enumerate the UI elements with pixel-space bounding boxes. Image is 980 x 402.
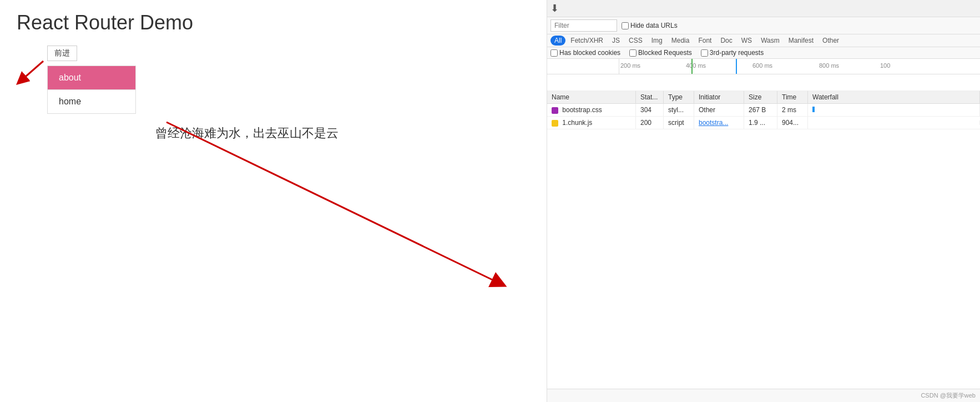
has-blocked-cookies-checkbox[interactable] bbox=[550, 49, 558, 57]
row2-status: 200 bbox=[636, 117, 664, 129]
devtools-toolbar: ⬇ bbox=[547, 0, 980, 17]
svg-line-3 bbox=[166, 122, 499, 283]
ruler-tick-200ms: 200 ms bbox=[620, 62, 640, 69]
network-table-header: Name Stat... Type Initiator Size Time Wa… bbox=[547, 91, 980, 104]
filter-input[interactable] bbox=[550, 19, 617, 32]
blue-timing-line bbox=[736, 59, 737, 74]
tab-js[interactable]: JS bbox=[608, 36, 624, 46]
row1-size: 267 B bbox=[744, 104, 777, 116]
tab-font[interactable]: Font bbox=[694, 36, 715, 46]
header-size: Size bbox=[744, 91, 777, 103]
row2-name: 1.chunk.js bbox=[547, 117, 636, 129]
nav-menu: about home bbox=[47, 66, 136, 114]
table-row[interactable]: bootstrap.css 304 styl... Other 267 B 2 … bbox=[547, 104, 980, 117]
header-status: Stat... bbox=[636, 91, 664, 103]
waterfall-bar bbox=[812, 107, 815, 112]
tab-doc[interactable]: Doc bbox=[716, 36, 736, 46]
forward-button[interactable]: 前进 bbox=[47, 46, 77, 61]
checkbox-row: Has blocked cookies Blocked Requests 3rd… bbox=[547, 47, 980, 59]
hide-data-urls-checkbox[interactable] bbox=[622, 22, 629, 29]
row2-waterfall bbox=[808, 120, 980, 125]
header-name: Name bbox=[547, 91, 636, 103]
header-time: Time bbox=[777, 91, 808, 103]
row2-size: 1.9 ... bbox=[744, 117, 777, 129]
ruler-label-area bbox=[547, 59, 619, 74]
page-title: React Router Demo bbox=[0, 0, 547, 46]
network-table: Name Stat... Type Initiator Size Time Wa… bbox=[547, 91, 980, 389]
timeline-ruler: 200 ms 400 ms 600 ms 800 ms 100 bbox=[547, 59, 980, 74]
css-file-icon bbox=[552, 107, 558, 114]
header-waterfall: Waterfall bbox=[808, 91, 980, 103]
nav-item-home[interactable]: home bbox=[48, 89, 135, 113]
row1-time: 2 ms bbox=[777, 104, 808, 116]
header-type: Type bbox=[664, 91, 694, 103]
tab-ws[interactable]: WS bbox=[737, 36, 756, 46]
row1-status: 304 bbox=[636, 104, 664, 116]
tab-wasm[interactable]: Wasm bbox=[757, 36, 784, 46]
green-timing-line bbox=[691, 59, 693, 74]
ruler-tick-800ms: 800 ms bbox=[819, 62, 839, 69]
browser-page: React Router Demo 前进 about home 曾经沧海难为水，… bbox=[0, 0, 547, 402]
ruler-tick-1000ms: 100 bbox=[880, 62, 890, 69]
download-icon: ⬇ bbox=[550, 2, 559, 14]
row1-name: bootstrap.css bbox=[547, 104, 636, 116]
blocked-requests-label[interactable]: Blocked Requests bbox=[629, 49, 692, 57]
filter-row: Hide data URLs bbox=[547, 17, 980, 34]
row1-waterfall bbox=[808, 104, 980, 116]
ruler-tick-400ms: 400 ms bbox=[686, 62, 706, 69]
nav-item-about[interactable]: about bbox=[48, 66, 135, 89]
header-initiator: Initiator bbox=[694, 91, 744, 103]
tab-img[interactable]: Img bbox=[648, 36, 666, 46]
tab-fetch-xhr[interactable]: Fetch/XHR bbox=[567, 36, 607, 46]
ruler-tick-600ms: 600 ms bbox=[752, 62, 772, 69]
row1-initiator: Other bbox=[694, 104, 744, 116]
3rd-party-checkbox[interactable] bbox=[701, 49, 708, 57]
page-content: 曾经沧海难为水，出去巫山不是云 bbox=[155, 125, 547, 142]
row2-time: 904... bbox=[777, 117, 808, 129]
tab-css[interactable]: CSS bbox=[625, 36, 646, 46]
row2-initiator: bootstra... bbox=[694, 117, 744, 129]
tab-all[interactable]: All bbox=[550, 36, 565, 46]
blocked-requests-checkbox[interactable] bbox=[629, 49, 637, 57]
svg-line-1 bbox=[21, 61, 43, 81]
has-blocked-cookies-label[interactable]: Has blocked cookies bbox=[550, 49, 620, 57]
table-row[interactable]: 1.chunk.js 200 script bootstra... 1.9 ..… bbox=[547, 117, 980, 129]
devtools-panel: ⬇ Hide data URLs All Fetch/XHR JS CSS Im… bbox=[547, 0, 980, 402]
tab-manifest[interactable]: Manifest bbox=[785, 36, 817, 46]
3rd-party-label[interactable]: 3rd-party requests bbox=[701, 49, 764, 57]
filter-tabs: All Fetch/XHR JS CSS Img Media Font Doc … bbox=[547, 34, 980, 47]
tab-media[interactable]: Media bbox=[668, 36, 694, 46]
devtools-footer: CSDN @我要学web bbox=[547, 389, 980, 402]
row1-type: styl... bbox=[664, 104, 694, 116]
tab-other[interactable]: Other bbox=[819, 36, 843, 46]
js-file-icon bbox=[552, 120, 558, 127]
row2-type: script bbox=[664, 117, 694, 129]
ruler-ticks: 200 ms 400 ms 600 ms 800 ms 100 bbox=[619, 59, 980, 74]
hide-data-urls-label[interactable]: Hide data URLs bbox=[622, 22, 678, 29]
waterfall-empty-area bbox=[547, 74, 980, 91]
